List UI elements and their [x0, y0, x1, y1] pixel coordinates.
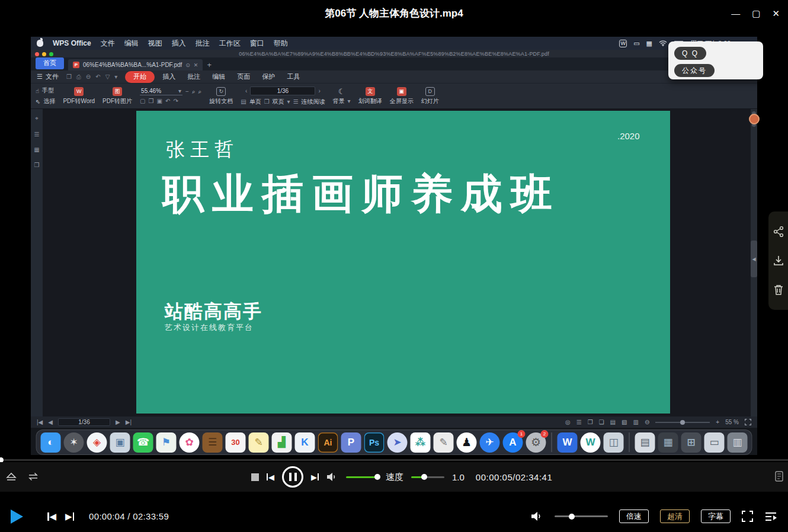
appstore-icon[interactable]: A1: [503, 432, 523, 453]
close-icon[interactable]: ✕: [772, 9, 780, 18]
sidebar-bookmark-icon[interactable]: ▦: [34, 146, 39, 153]
trash-icon[interactable]: ▥: [728, 432, 748, 453]
first-page-icon[interactable]: |◀: [37, 419, 43, 425]
bird-app-icon[interactable]: ➤: [387, 432, 408, 453]
double-page-button[interactable]: ❐ 双页 ▾: [264, 98, 290, 106]
pin-icon[interactable]: ⊙: [185, 62, 190, 68]
minimize-icon[interactable]: —: [731, 9, 740, 18]
playlist-icon[interactable]: [764, 511, 777, 522]
cloud-icon[interactable]: ⊖: [86, 73, 91, 81]
rotate-doc-button[interactable]: ↻ 旋转文档: [209, 87, 233, 105]
print-icon[interactable]: ⎙: [76, 73, 81, 81]
play-button[interactable]: [11, 509, 23, 524]
ribbon-tab[interactable]: 插入: [162, 72, 175, 81]
circles-app-icon[interactable]: ⁂: [411, 432, 431, 453]
maximize-icon[interactable]: ▢: [752, 9, 760, 18]
tab-document[interactable]: P 06%E4%BA%BA%BA...%A1-PDF.pdf ⊙ ✕: [68, 59, 203, 70]
wifi-icon[interactable]: [659, 40, 667, 46]
pdf-to-image-button[interactable]: 图 PDF转图片: [102, 87, 132, 105]
menu-item[interactable]: 帮助: [274, 39, 288, 49]
ribbon-tab[interactable]: 工具: [287, 72, 300, 81]
wps-office-icon[interactable]: W: [558, 432, 578, 453]
facetime-icon[interactable]: ☎: [133, 432, 153, 453]
safari-icon[interactable]: ◈: [87, 432, 107, 453]
download-icon[interactable]: [773, 255, 784, 267]
pause-button[interactable]: [282, 466, 303, 488]
trash-icon[interactable]: [773, 284, 784, 296]
view-mode1-icon[interactable]: ▤: [610, 419, 616, 425]
display-icon[interactable]: ▭: [633, 40, 639, 47]
eject-icon[interactable]: [6, 472, 17, 482]
input-grid-icon[interactable]: ▦: [646, 40, 652, 47]
sidebar-collapse-tab[interactable]: ◀: [751, 241, 757, 277]
fit-width-icon[interactable]: ❐: [149, 98, 154, 104]
view-mode2-icon[interactable]: ▧: [622, 419, 627, 425]
volume-icon-bottom[interactable]: [531, 511, 543, 521]
keynote-icon[interactable]: K: [295, 432, 315, 453]
prev-track-button[interactable]: ◀: [47, 511, 56, 522]
apple-icon[interactable]: [37, 40, 43, 47]
translate-button[interactable]: 文 划词翻译: [358, 87, 382, 105]
minimized-window-doc-icon[interactable]: ▤: [635, 432, 655, 453]
new-tab-button[interactable]: +: [207, 60, 212, 69]
save-icon[interactable]: ▽: [105, 73, 110, 81]
menu-item[interactable]: 编辑: [124, 39, 139, 49]
loop-icon[interactable]: [26, 472, 40, 482]
volume-slider-bottom[interactable]: [555, 515, 608, 517]
zoom-out-icon[interactable]: ⌕: [198, 88, 202, 95]
quality-button[interactable]: 超清: [660, 509, 690, 524]
zoom-out-status-icon[interactable]: ⊖: [645, 419, 649, 425]
gongzhonghao-button[interactable]: 公众号: [674, 64, 715, 77]
fit-window-icon[interactable]: [745, 419, 751, 425]
image-viewer-icon[interactable]: ◫: [604, 432, 624, 453]
minimized-window-grid-icon[interactable]: ⊞: [681, 432, 701, 453]
prev-page-status-icon[interactable]: ◀: [48, 419, 53, 425]
undo-rotate-icon[interactable]: ↶: [165, 98, 170, 104]
calendar-icon[interactable]: 30: [226, 432, 246, 453]
contacts-icon[interactable]: ☰: [203, 432, 223, 453]
launchpad-icon[interactable]: ✶: [64, 432, 84, 453]
background-button[interactable]: ☾ 背景 ▾: [333, 87, 351, 105]
eye-protect-icon[interactable]: ◎: [565, 419, 571, 425]
stop-button[interactable]: [251, 473, 259, 481]
hand-tool[interactable]: ☝ 手型: [36, 86, 55, 95]
layout-single-icon[interactable]: ❐: [588, 419, 593, 425]
select-tool[interactable]: ⇖ 选择: [36, 97, 55, 105]
file-menu-button[interactable]: ☰ 文件: [37, 72, 59, 81]
prev-page-icon[interactable]: ‹: [245, 88, 247, 94]
fullscreen-display-button[interactable]: ▣ 全屏显示: [390, 87, 414, 105]
sidebar-outline-icon[interactable]: ☰: [34, 131, 40, 137]
next-page-icon[interactable]: ›: [318, 88, 320, 94]
redo-rotate-icon[interactable]: ↷: [173, 98, 178, 104]
pdf-to-word-button[interactable]: W PDF转Word: [63, 87, 95, 105]
video-frame[interactable]: WPS Office 文件编辑视图插入批注工作区窗口帮助 W ▭ ▦ 周四 下午…: [31, 37, 757, 455]
next-button[interactable]: ▶: [311, 473, 319, 482]
zoom-slider-knob[interactable]: [680, 420, 685, 425]
previous-button[interactable]: ◀: [267, 473, 274, 482]
fullscreen-icon[interactable]: [742, 511, 753, 522]
minimized-window-p-icon[interactable]: ▭: [704, 432, 725, 453]
menu-item[interactable]: 文件: [101, 39, 115, 49]
ribbon-tab[interactable]: 编辑: [212, 72, 225, 81]
pdf-canvas[interactable]: .2020 张王哲 职业插画师养成班 站酷高高手 艺术设计在线教育平台 ◀: [43, 109, 757, 416]
zoom-slider[interactable]: [655, 422, 710, 423]
system-preferences-icon[interactable]: ⚙2: [526, 432, 546, 453]
next-page-status-icon[interactable]: ▶: [116, 419, 120, 425]
layout-continuous-icon[interactable]: ☰: [576, 419, 582, 425]
volume-icon[interactable]: [326, 472, 338, 482]
menu-item[interactable]: 批注: [196, 39, 210, 49]
menu-item[interactable]: 工作区: [219, 39, 241, 49]
ribbon-tab[interactable]: 批注: [187, 72, 200, 81]
layout-double-icon[interactable]: ❏: [599, 419, 604, 425]
share-icon[interactable]: [773, 226, 784, 238]
w-circle-app-icon[interactable]: W: [581, 432, 601, 453]
view-mode3-icon[interactable]: ▥: [633, 419, 639, 425]
page-number-box[interactable]: 1/36: [250, 86, 315, 95]
ribbon-tab[interactable]: 保护: [262, 72, 275, 81]
menu-item[interactable]: 窗口: [250, 39, 264, 49]
qq-icon[interactable]: ♟: [457, 432, 477, 453]
zoom-in-icon[interactable]: ⌕: [192, 88, 196, 95]
volume-knob-bottom[interactable]: [569, 514, 575, 520]
volume-knob[interactable]: [374, 474, 380, 480]
notes-icon[interactable]: ✎: [249, 432, 269, 453]
